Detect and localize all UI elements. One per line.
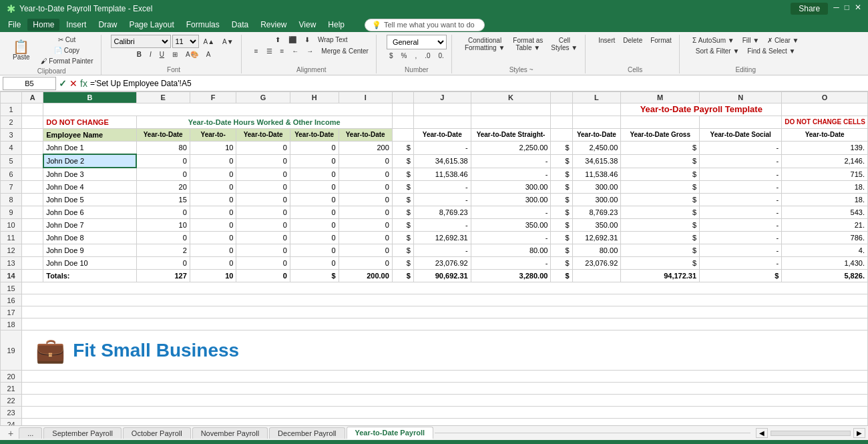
cell-do-not-change2[interactable]: DO NOT CHANGE CELLS BELOW: FO [782, 116, 868, 129]
scroll-right-btn[interactable]: ▶ [853, 428, 865, 438]
name-box[interactable] [3, 77, 56, 90]
sheet-tab-dots[interactable]: ... [19, 427, 42, 439]
cell-B1[interactable] [43, 103, 393, 116]
cell-N2[interactable] [700, 116, 782, 129]
cell-col-ytd3[interactable]: Year-to-Date [236, 129, 290, 142]
align-middle-btn[interactable]: ⬛ [285, 35, 300, 45]
cell-col-ytd9[interactable]: Year-to-Date Gross [621, 129, 700, 142]
cell-K2[interactable] [471, 116, 551, 129]
cancel-icon[interactable]: ✕ [69, 78, 77, 89]
bold-btn[interactable]: B [134, 49, 145, 59]
font-size-select[interactable]: 11 [172, 35, 199, 48]
cell-title[interactable]: Year-to-Date Payroll Template [621, 103, 782, 116]
sheet-tab-december[interactable]: December Payroll [269, 427, 345, 439]
cell-col-ytd4[interactable]: Year-to-Date [290, 129, 339, 142]
maximize-btn[interactable]: □ [845, 3, 849, 15]
cell-L2[interactable] [572, 116, 621, 129]
cell-styles-btn[interactable]: CellStyles ▼ [548, 35, 581, 53]
italic-btn[interactable]: I [146, 49, 155, 59]
indent-inc-btn[interactable]: → [303, 46, 316, 56]
copy-btn[interactable]: 📄 Copy [37, 45, 97, 55]
cell-A2[interactable] [22, 116, 43, 129]
col-header-L[interactable]: L [572, 92, 621, 103]
col-header-E[interactable]: E [136, 92, 190, 103]
wrap-text-btn[interactable]: Wrap Text [314, 35, 351, 45]
sheet-tab-november[interactable]: November Payroll [192, 427, 268, 439]
insert-btn[interactable]: Insert [595, 35, 618, 46]
menu-view[interactable]: View [294, 19, 322, 31]
cell-col-ytd1[interactable]: Year-to-Date [136, 129, 190, 142]
add-sheet-btn[interactable]: + [3, 427, 19, 440]
cell-col-ytd5[interactable]: Year-to-Date [339, 129, 392, 142]
delete-btn[interactable]: Delete [620, 35, 646, 46]
align-center-btn[interactable]: ☰ [263, 46, 276, 56]
increase-font-btn[interactable]: A▲ [200, 37, 218, 47]
menu-file[interactable]: File [3, 19, 26, 31]
comma-btn[interactable]: , [411, 51, 420, 61]
sheet-tab-ytd[interactable]: Year-to-Date Payroll [347, 427, 434, 439]
cell-J1[interactable] [413, 103, 471, 116]
formula-input[interactable]: ='Set Up Employee Data'!A5 [90, 79, 865, 88]
percent-btn[interactable]: % [398, 51, 411, 61]
conditional-formatting-btn[interactable]: ConditionalFormatting ▼ [461, 35, 508, 53]
cell-J2[interactable] [413, 116, 471, 129]
format-painter-btn[interactable]: 🖌 Format Painter [37, 56, 97, 66]
cell-col-ytd7[interactable]: Year-to-Date Straight- [471, 129, 551, 142]
decrease-font-btn[interactable]: A▼ [219, 37, 237, 47]
fill-color-btn[interactable]: A🎨 [182, 49, 202, 59]
close-btn[interactable]: ✕ [855, 3, 861, 15]
minimize-btn[interactable]: ─ [833, 3, 839, 15]
align-right-btn[interactable]: ≡ [277, 46, 288, 56]
col-header-I[interactable]: I [339, 92, 392, 103]
function-icon[interactable]: fx [80, 78, 87, 89]
currency-btn[interactable]: $ [386, 51, 397, 61]
format-btn[interactable]: Format [647, 35, 675, 46]
cell-K1[interactable] [471, 103, 551, 116]
underline-btn[interactable]: U [156, 49, 168, 59]
menu-review[interactable]: Review [255, 19, 292, 31]
align-bottom-btn[interactable]: ⬇ [301, 35, 313, 45]
cut-btn[interactable]: ✂ Cut [37, 35, 97, 45]
align-top-btn[interactable]: ⬆ [272, 35, 284, 45]
fill-btn[interactable]: Fill ▼ [739, 35, 763, 46]
cell-M2[interactable] [621, 116, 700, 129]
scroll-left-btn[interactable]: ◀ [756, 428, 768, 438]
clear-btn[interactable]: ✗ Clear ▼ [764, 35, 802, 46]
sheet-tab-october[interactable]: October Payroll [123, 427, 191, 439]
font-color-btn[interactable]: A [203, 49, 214, 59]
cell-A3[interactable] [22, 129, 43, 142]
sort-filter-btn[interactable]: Sort & Filter ▼ [692, 46, 742, 56]
col-header-M[interactable]: M [621, 92, 700, 103]
cell-col-ytd11[interactable]: Year-to-Date [782, 129, 868, 142]
col-header-N[interactable]: N [700, 92, 782, 103]
col-header-A[interactable]: A [22, 92, 43, 103]
cell-do-not-change[interactable]: DO NOT CHANGE [43, 116, 136, 129]
paste-btn[interactable]: 📋 Paste [7, 37, 36, 64]
cell-ytd-hours[interactable]: Year-to-Date Hours Worked & Other Income [136, 116, 392, 129]
col-header-B[interactable]: B [43, 92, 136, 103]
dec-decrease-btn[interactable]: 0. [435, 51, 447, 61]
col-header-G[interactable]: G [236, 92, 290, 103]
menu-formulas[interactable]: Formulas [181, 19, 225, 31]
cell-employee-name[interactable]: Employee Name [43, 129, 136, 142]
border-btn[interactable]: ⊞ [169, 49, 181, 59]
sheet-tab-september[interactable]: September Payroll [43, 427, 122, 439]
align-left-btn[interactable]: ≡ [251, 46, 262, 56]
menu-help[interactable]: Help [322, 19, 350, 31]
format-as-table-btn[interactable]: Format asTable ▼ [509, 35, 546, 53]
cell-O1[interactable] [782, 103, 868, 116]
menu-insert[interactable]: Insert [61, 19, 91, 31]
cell-col-ytd8[interactable]: Year-to-Date [572, 129, 621, 142]
col-header-O[interactable]: O [782, 92, 868, 103]
autosum-btn[interactable]: Σ AutoSum ▼ [689, 35, 738, 46]
cell-col-ytd10[interactable]: Year-to-Date Social [700, 129, 782, 142]
dec-increase-btn[interactable]: .0 [421, 51, 433, 61]
col-header-F[interactable]: F [190, 92, 236, 103]
col-header-H[interactable]: H [290, 92, 339, 103]
tell-me-bar[interactable]: 💡 Tell me what you want to do [365, 19, 485, 31]
menu-data[interactable]: Data [226, 19, 254, 31]
cell-col-ytd2[interactable]: Year-to- [190, 129, 236, 142]
share-btn[interactable]: Share [791, 3, 828, 15]
font-family-select[interactable]: Calibri [111, 35, 171, 48]
menu-home[interactable]: Home [27, 19, 59, 31]
